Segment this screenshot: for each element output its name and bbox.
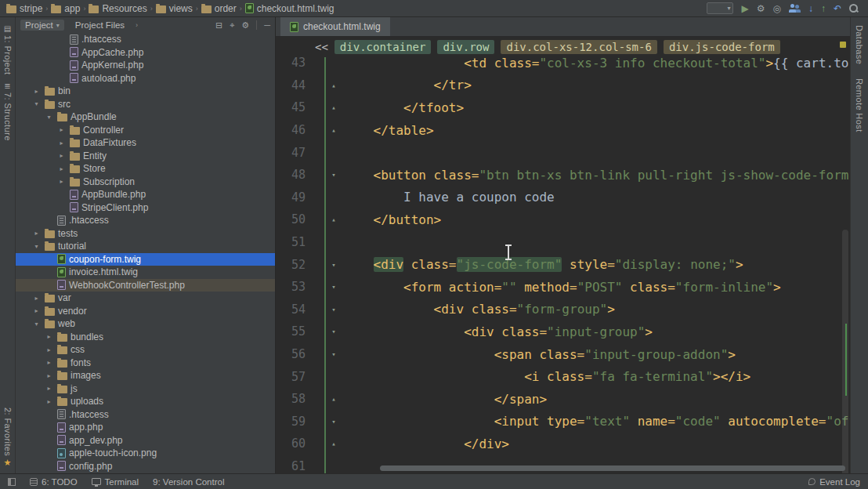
chevron-right-icon[interactable]: › (136, 21, 138, 29)
event-log-button[interactable]: Event Log (808, 477, 860, 487)
vcs-update-button[interactable]: ↓ (808, 4, 813, 13)
fold-marker-icon[interactable]: ▾ (326, 328, 342, 335)
tree-item[interactable]: ▸DataFixtures (16, 136, 275, 150)
expand-arrow-icon[interactable]: ▸ (44, 372, 54, 379)
toolwindow-button[interactable]: Database (855, 25, 864, 64)
tree-item[interactable]: ▾tutorial (16, 240, 275, 253)
fold-marker-icon[interactable]: ▾ (326, 306, 342, 313)
tree-item[interactable]: config.php (16, 460, 275, 473)
tree-item[interactable]: ▸js (16, 382, 275, 396)
tree-item[interactable]: ▸images (16, 369, 275, 382)
toolwindow-toggle[interactable] (8, 478, 16, 486)
fold-marker-icon[interactable]: ▴ (326, 440, 342, 447)
expand-arrow-icon[interactable]: ▸ (31, 230, 42, 237)
tree-item[interactable]: ▸css (16, 343, 275, 357)
profiler-button[interactable]: ◎ (772, 4, 780, 13)
tab-project-files[interactable]: Project Files (71, 20, 129, 31)
tree-item[interactable]: AppBundle.php (16, 188, 275, 201)
tree-item[interactable]: app_dev.php (16, 434, 275, 447)
tree-item[interactable]: ▸fonts (16, 357, 275, 370)
toolwindow-button[interactable]: Remote Host (855, 78, 864, 132)
tree-item[interactable]: ▸Entity (16, 150, 275, 163)
expand-arrow-icon[interactable]: ▸ (31, 88, 42, 95)
locate-file-button[interactable]: ⌖ (230, 20, 234, 31)
vertical-scrollbar[interactable] (841, 57, 850, 473)
tree-item[interactable]: ▸Controller (16, 124, 275, 137)
expand-arrow-icon[interactable]: ▸ (56, 165, 67, 172)
collapse-arrow-icon[interactable]: ▾ (31, 100, 42, 107)
fold-marker-icon[interactable]: ▾ (326, 283, 342, 291)
fold-marker-icon[interactable]: ▾ (326, 418, 342, 426)
tree-item[interactable]: invoice.html.twig (16, 266, 275, 279)
tree-item[interactable]: ▸bundles (16, 331, 275, 344)
nav-item[interactable]: order (201, 3, 237, 14)
tree-item[interactable]: ▸var (16, 292, 275, 305)
tree-item[interactable]: AppCache.php (16, 46, 275, 60)
breadcrumb-item[interactable]: div.js-code-form (664, 40, 780, 54)
expand-arrow-icon[interactable]: ▸ (44, 385, 54, 392)
hide-panel-button[interactable]: ─ (264, 20, 270, 30)
tree-item[interactable]: AppKernel.php (16, 59, 275, 72)
toolwindow-button[interactable]: 2: Favorites★ (3, 408, 13, 467)
fold-marker-icon[interactable]: ▴ (326, 82, 342, 89)
tree-item[interactable]: app.php (16, 421, 275, 434)
expand-arrow-icon[interactable]: ▸ (44, 346, 54, 353)
todo-button[interactable]: 6: TODO (30, 477, 78, 487)
inspection-indicator[interactable] (840, 42, 846, 48)
tree-item[interactable]: ▾web (16, 317, 275, 331)
expand-arrow-icon[interactable]: ▸ (44, 359, 54, 366)
expand-arrow-icon[interactable]: ▸ (56, 126, 67, 133)
expand-arrow-icon[interactable]: ▸ (44, 333, 54, 340)
vcs-commit-button[interactable]: ↑ (821, 4, 826, 13)
collapse-arrow-icon[interactable]: ▾ (44, 114, 54, 121)
terminal-button[interactable]: Terminal (92, 477, 139, 487)
toolwindow-button[interactable]: ▤1: Project (0, 25, 15, 74)
nav-item[interactable]: Resources (89, 3, 146, 14)
gear-button[interactable]: ⚙ (241, 20, 249, 31)
collapse-arrow-icon[interactable]: ▾ (31, 321, 42, 328)
tree-item[interactable]: autoload.php (16, 72, 275, 85)
search-everywhere-button[interactable] (849, 4, 859, 13)
breadcrumb-item[interactable]: div.col-xs-12.col-sm-6 (501, 40, 656, 54)
project-view-selector[interactable]: Project ▾ (20, 20, 64, 31)
expand-arrow-icon[interactable]: ▸ (56, 139, 67, 147)
run-config-combo[interactable]: ▾ (707, 2, 733, 14)
settings-button[interactable]: ⚙ (757, 4, 765, 13)
expand-arrow-icon[interactable]: ▸ (31, 307, 42, 314)
fold-marker-icon[interactable]: ▾ (326, 171, 342, 179)
editor-tab-checkout[interactable]: checkout.html.twig (280, 17, 390, 36)
nav-item[interactable]: views (156, 3, 193, 14)
tree-item[interactable]: WebhookControllerTest.php (16, 279, 275, 292)
tree-item[interactable]: .htaccess (16, 408, 275, 422)
toolwindow-button[interactable]: ≣7: Structure (0, 82, 15, 141)
tree-item[interactable]: ▾AppBundle (16, 110, 275, 124)
tree-item[interactable]: ▸vendor (16, 305, 275, 318)
expand-arrow-icon[interactable]: ▸ (56, 152, 67, 159)
tree-item[interactable]: StripeClient.php (16, 201, 275, 215)
tree-item[interactable]: ▸tests (16, 227, 275, 241)
expand-arrow-icon[interactable]: ▸ (31, 295, 42, 302)
breadcrumb-item[interactable]: div.row (437, 40, 494, 54)
nav-item[interactable]: stripe (6, 3, 42, 14)
tree-item[interactable]: ▸bin (16, 85, 275, 98)
nav-item[interactable]: checkout.html.twig (245, 3, 335, 14)
expand-arrow-icon[interactable]: ▸ (56, 178, 67, 185)
fold-marker-icon[interactable]: ▾ (326, 261, 342, 269)
revert-button[interactable]: ↶ (834, 4, 841, 13)
code-area[interactable]: 43 <td class="col-xs-3 info checkout-tot… (276, 57, 850, 473)
nav-item[interactable]: app (51, 3, 80, 14)
fold-marker-icon[interactable]: ▴ (326, 395, 342, 403)
tree-item[interactable]: ▸uploads (16, 395, 275, 408)
expand-arrow-icon[interactable]: ▸ (44, 398, 54, 405)
tree-item[interactable]: .htaccess (16, 214, 275, 227)
breadcrumb-item[interactable]: div.container (335, 40, 432, 54)
tree-item[interactable]: apple-touch-icon.png (16, 447, 275, 460)
fold-marker-icon[interactable]: ▴ (326, 103, 342, 111)
horizontal-scrollbar[interactable] (380, 465, 845, 471)
version-control-button[interactable]: 9: Version Control (153, 477, 224, 487)
fold-marker-icon[interactable]: ▴ (326, 126, 342, 134)
tree-item[interactable]: ▾src (16, 98, 275, 111)
tree-item[interactable]: ▸Store (16, 162, 275, 176)
collapse-arrow-icon[interactable]: ▾ (31, 243, 42, 250)
breadcrumb-item[interactable]: << (315, 40, 328, 54)
